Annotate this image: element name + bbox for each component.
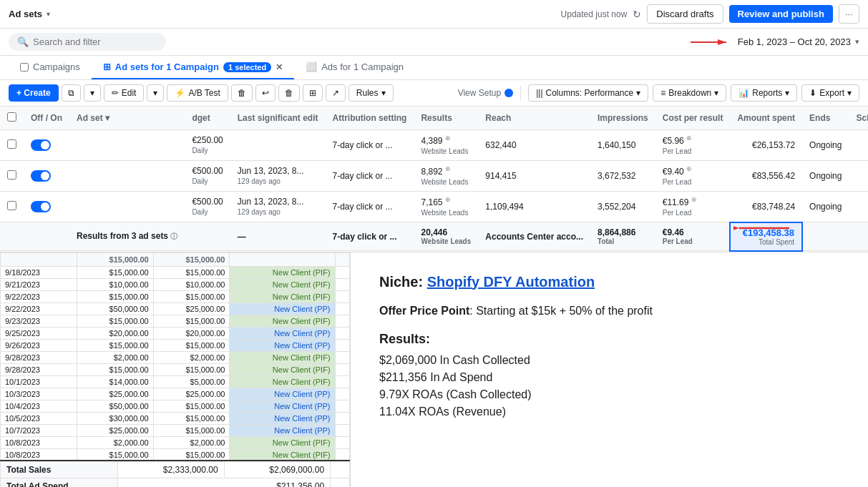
tab-ad-sets-campaign[interactable]: ⊞ Ad sets for 1 Campaign 1 selected ✕ xyxy=(92,56,294,79)
total-row-ends-cell xyxy=(802,222,849,251)
row-schedule xyxy=(849,130,868,161)
ss-client-type: New Client (PP) xyxy=(274,390,330,398)
date-range-dropdown-arrow[interactable]: ▾ xyxy=(855,37,859,46)
ss-date: 10/1/2023 xyxy=(1,375,77,388)
row-toggle xyxy=(24,161,69,192)
columns-button[interactable]: ||| Columns: Performance ▾ xyxy=(528,84,648,102)
spreadsheet-scroll[interactable]: $15,000.00 $15,000.00 9/18/2023 $15,000.… xyxy=(0,252,350,460)
ss-col2: $15,000.00 xyxy=(153,448,230,460)
row-reach: 1,109,494 xyxy=(478,192,590,222)
campaigns-checkbox[interactable] xyxy=(20,63,29,72)
row-attribution: 7-day click or ... xyxy=(325,192,414,222)
top-bar: Ad sets ▾ Updated just now ↻ Discard dra… xyxy=(0,0,868,29)
total-impressions-value: 8,864,886 xyxy=(598,227,648,237)
export-button[interactable]: ⬇ Export ▾ xyxy=(801,84,859,102)
row-select-2[interactable] xyxy=(7,201,16,210)
tab-campaigns[interactable]: Campaigns xyxy=(9,56,92,79)
ad-sets-tab-label: Ad sets for 1 Campaign xyxy=(115,62,219,72)
undo-button[interactable]: ↩ xyxy=(255,84,275,102)
spreadsheet-row: 9/23/2023 $15,000.00 $15,000.00 New Clie… xyxy=(1,315,350,327)
ss-col1: $2,000.00 xyxy=(77,351,153,363)
date-range-selector[interactable]: Feb 1, 2023 – Oct 20, 2023 ▾ xyxy=(691,35,859,49)
ss-col2: $25,000.00 xyxy=(153,302,230,315)
ss-col1: $50,000.00 xyxy=(77,302,153,315)
ss-client-type: New Client (PP) xyxy=(274,414,330,423)
ab-test-icon: ⚡ xyxy=(175,88,185,98)
niche-label: Niche: xyxy=(379,274,423,290)
toggle-switch-1[interactable] xyxy=(31,170,51,182)
niche-value-link[interactable]: Shopify DFY Automation xyxy=(427,274,595,290)
ss-col2: $15,000.00 xyxy=(153,400,230,412)
row-budget: €500.00Daily xyxy=(185,161,230,192)
reports-button[interactable]: 📊 Reports ▾ xyxy=(731,84,797,102)
ad-manager-section: Ad sets ▾ Updated just now ↻ Discard dra… xyxy=(0,0,868,252)
row-results: 7,165 ⊕Website Leads xyxy=(414,192,478,222)
search-icon: 🔍 xyxy=(17,36,29,47)
discard-drafts-button[interactable]: Discard drafts xyxy=(647,4,723,24)
result-item-3: 9.79X ROAs (Cash Collected) xyxy=(379,388,839,401)
ss-col4 xyxy=(335,278,349,290)
view-setup-toggle[interactable] xyxy=(504,89,513,97)
tab-close-icon[interactable]: ✕ xyxy=(275,62,283,72)
ss-col3 colored-cell-pp: New Client (PP) xyxy=(230,327,335,339)
ss-col2: $15,000.00 xyxy=(153,412,230,424)
ad-sets-tab-icon: ⊞ xyxy=(103,62,111,72)
ss-date: 9/23/2023 xyxy=(1,315,77,327)
total-row-last-edit-cell: — xyxy=(230,222,326,251)
delete-button[interactable]: 🗑 xyxy=(231,84,253,102)
info-icon[interactable]: ⓘ xyxy=(170,232,177,240)
table-row: €500.00Daily Jun 13, 2023, 8...129 days … xyxy=(0,161,868,192)
breakdown-button[interactable]: ≡ Breakdown ▾ xyxy=(653,84,726,102)
ab-test-button[interactable]: ⚡ A/B Test xyxy=(167,84,228,102)
row-checkbox xyxy=(0,192,24,222)
edit-icon: ✏ xyxy=(112,88,119,98)
search-input-wrap: 🔍 xyxy=(9,33,166,51)
edit-dropdown-button[interactable]: ▾ xyxy=(147,84,164,102)
result-item-2: $211,356 In Ad Spend xyxy=(379,371,839,384)
red-arrow-annotation xyxy=(691,35,733,49)
ads-tab-icon: ⬜ xyxy=(306,62,317,72)
search-bar: 🔍 Feb 1, 2023 – Oct 20, 2023 ▾ xyxy=(0,29,868,56)
ss-date: 10/5/2023 xyxy=(1,412,77,424)
select-all-checkbox[interactable] xyxy=(7,112,16,122)
row-select-1[interactable] xyxy=(7,170,16,179)
ss-col2: $2,000.00 xyxy=(153,351,230,363)
copy-button[interactable]: ⧉ xyxy=(62,84,81,102)
refresh-button[interactable]: ↻ xyxy=(633,9,641,20)
offer-value: : Starting at $15k + 50% of the profit xyxy=(469,305,653,317)
toggle-switch-0[interactable] xyxy=(31,139,51,151)
ss-date: 10/7/2023 xyxy=(1,424,77,436)
row-select-0[interactable] xyxy=(7,139,16,149)
row-cost: €9.40 ⊕Per Lead xyxy=(655,161,731,192)
row-attribution: 7-day click or ... xyxy=(325,130,414,161)
more-toolbar-button[interactable]: ↗ xyxy=(326,84,346,102)
toggle-switch-2[interactable] xyxy=(31,201,51,212)
view-setup[interactable]: View Setup xyxy=(458,88,514,98)
ss-col4 xyxy=(335,327,349,339)
rules-button[interactable]: Rules ▾ xyxy=(348,84,394,102)
col-header-checkbox xyxy=(0,107,24,130)
updated-text: Updated just now xyxy=(561,9,628,19)
review-publish-button[interactable]: Review and publish xyxy=(729,5,833,23)
breakdown-icon: ≡ xyxy=(660,88,665,98)
more-options-button[interactable]: ··· xyxy=(839,4,859,24)
ss-col1: $15,000.00 xyxy=(77,290,153,302)
ss-col3 colored-cell-pif: New Client (PIF) xyxy=(230,375,335,388)
red-arrow-total-spent xyxy=(733,220,791,239)
sort-icon[interactable]: ▾ xyxy=(105,113,109,123)
create-button[interactable]: + Create xyxy=(9,84,59,102)
campaigns-tab-label: Campaigns xyxy=(33,62,80,72)
tab-ads-campaign[interactable]: ⬜ Ads for 1 Campaign xyxy=(294,56,415,79)
trash-button[interactable]: 🗑 xyxy=(278,84,300,102)
spreadsheet-row: 9/28/2023 $2,000.00 $2,000.00 New Client… xyxy=(1,351,350,363)
ss-col4 xyxy=(335,424,349,436)
ss-date: 9/28/2023 xyxy=(1,351,77,363)
ss-col2: $5,000.00 xyxy=(153,375,230,388)
copy-dropdown-button[interactable]: ▾ xyxy=(84,84,101,102)
edit-button[interactable]: ✏ Edit xyxy=(104,84,145,102)
group-button[interactable]: ⊞ xyxy=(303,84,323,102)
ads-tab-label: Ads for 1 Campaign xyxy=(321,62,404,72)
row-cost: €5.96 ⊕Per Lead xyxy=(655,130,731,161)
search-input[interactable] xyxy=(33,36,147,47)
ad-sets-dropdown-arrow[interactable]: ▾ xyxy=(47,10,50,18)
